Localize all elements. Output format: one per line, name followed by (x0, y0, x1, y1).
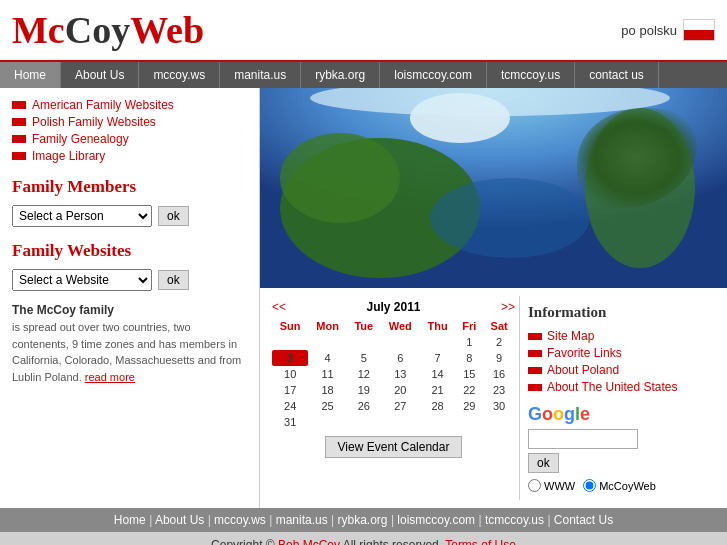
cal-cell[interactable]: 19 (347, 382, 381, 398)
google-search-input[interactable] (528, 429, 638, 449)
cal-cell[interactable]: 15 (455, 366, 483, 382)
radio-www-label[interactable]: WWW (528, 479, 575, 492)
footer-manita[interactable]: manita.us (276, 513, 328, 527)
cal-cell[interactable]: 8 (455, 350, 483, 366)
calendar-grid: Sun Mon Tue Wed Thu Fri Sat 123456789101… (272, 318, 515, 430)
cal-cell[interactable]: 1 (455, 334, 483, 350)
family-websites-title: Family Websites (12, 241, 247, 261)
cal-cell[interactable]: 26 (347, 398, 381, 414)
cal-cell (272, 334, 308, 350)
radio-mccoy[interactable] (583, 479, 596, 492)
cal-cell[interactable]: 10 (272, 366, 308, 382)
cal-cell[interactable]: 4 (308, 350, 347, 366)
cal-cell[interactable]: 31 (272, 414, 308, 430)
website-select[interactable]: Select a Website (12, 269, 152, 291)
cal-col-fri: Fri (455, 318, 483, 334)
link-about-poland[interactable]: About Poland (528, 363, 711, 377)
cal-cell[interactable]: 17 (272, 382, 308, 398)
radio-www[interactable] (528, 479, 541, 492)
cal-cell[interactable]: 28 (420, 398, 456, 414)
nav-mccoy-ws[interactable]: mccoy.ws (139, 62, 220, 88)
link-genealogy[interactable]: Family Genealogy (12, 132, 247, 146)
link-icon (528, 350, 542, 357)
cal-cell[interactable]: 12 (347, 366, 381, 382)
nav-home[interactable]: Home (0, 62, 61, 88)
cal-cell[interactable]: 14 (420, 366, 456, 382)
view-calendar-button[interactable]: View Event Calendar (325, 436, 463, 458)
nav-loismccoy[interactable]: loismccoy.com (380, 62, 487, 88)
cal-cell[interactable]: 21 (420, 382, 456, 398)
cal-cell[interactable]: 13 (381, 366, 420, 382)
link-icon (12, 118, 26, 126)
family-description: The McCoy family is spread out over two … (12, 301, 247, 385)
nav-about-us[interactable]: About Us (61, 62, 139, 88)
cal-cell[interactable]: 25 (308, 398, 347, 414)
copyright-author[interactable]: Bob McCoy (278, 538, 340, 545)
cal-cell[interactable]: 7 (420, 350, 456, 366)
cal-cell[interactable]: 11 (308, 366, 347, 382)
website-ok-button[interactable]: ok (158, 270, 189, 290)
cal-cell[interactable]: 20 (381, 382, 420, 398)
cal-cell[interactable]: 24 (272, 398, 308, 414)
site-logo[interactable]: McCoyWeb (12, 8, 204, 52)
google-search: Google ok WWW McCoyWeb (528, 404, 711, 492)
link-american-family[interactable]: American Family Websites (12, 98, 247, 112)
read-more-link[interactable]: read more (85, 371, 135, 383)
cal-cell[interactable]: 5 (347, 350, 381, 366)
copyright: Copyright © Bob McCoy All rights reserve… (0, 532, 727, 545)
footer-contact[interactable]: Contact Us (554, 513, 613, 527)
nav-tcmccoy[interactable]: tcmccoy.us (487, 62, 575, 88)
cal-cell[interactable]: 22 (455, 382, 483, 398)
footer-mccoy-ws[interactable]: mccoy.ws (214, 513, 266, 527)
footer-about-us[interactable]: About Us (155, 513, 204, 527)
link-icon (528, 333, 542, 340)
cal-col-sun: Sun (272, 318, 308, 334)
google-ok-button[interactable]: ok (528, 453, 559, 473)
link-polish-family[interactable]: Polish Family Websites (12, 115, 247, 129)
calendar-month-year: July 2011 (366, 300, 420, 314)
footer-tcmccoy[interactable]: tcmccoy.us (485, 513, 544, 527)
cal-cell[interactable]: 27 (381, 398, 420, 414)
cal-cell[interactable]: 2 (483, 334, 515, 350)
language-switcher[interactable]: po polsku (621, 19, 715, 41)
link-sitemap[interactable]: Site Map (528, 329, 711, 343)
link-icon (528, 384, 542, 391)
link-image-library[interactable]: Image Library (12, 149, 247, 163)
svg-point-4 (585, 108, 695, 268)
person-ok-button[interactable]: ok (158, 206, 189, 226)
link-about-us[interactable]: About The United States (528, 380, 711, 394)
link-favorite-links[interactable]: Favorite Links (528, 346, 711, 360)
cal-cell[interactable]: 16 (483, 366, 515, 382)
cal-cell (347, 414, 381, 430)
person-select[interactable]: Select a Person (12, 205, 152, 227)
footer-loismccoy[interactable]: loismccoy.com (397, 513, 475, 527)
footer-home[interactable]: Home (114, 513, 146, 527)
calendar: << July 2011 >> Sun Mon Tue Wed Thu Fri (268, 296, 519, 500)
cal-cell[interactable]: 3 (272, 350, 308, 366)
radio-mccoy-label[interactable]: McCoyWeb (583, 479, 656, 492)
cal-cell[interactable]: 23 (483, 382, 515, 398)
cal-cell (381, 414, 420, 430)
calendar-header: << July 2011 >> (272, 300, 515, 314)
family-members-row: Select a Person ok (12, 205, 247, 227)
poland-flag (683, 19, 715, 41)
nav-manita[interactable]: manita.us (220, 62, 301, 88)
cal-cell[interactable]: 18 (308, 382, 347, 398)
cal-col-tue: Tue (347, 318, 381, 334)
cal-cell[interactable]: 29 (455, 398, 483, 414)
link-icon (12, 101, 26, 109)
cal-cell (483, 414, 515, 430)
polsku-link[interactable]: po polsku (621, 23, 677, 38)
calendar-prev[interactable]: << (272, 300, 286, 314)
nav-contact[interactable]: contact us (575, 62, 659, 88)
footer-rybka[interactable]: rybka.org (338, 513, 388, 527)
nav-rybka[interactable]: rybka.org (301, 62, 380, 88)
cal-cell[interactable]: 9 (483, 350, 515, 366)
calendar-next[interactable]: >> (501, 300, 515, 314)
map-area (260, 88, 727, 288)
cal-cell[interactable]: 30 (483, 398, 515, 414)
cal-cell[interactable]: 6 (381, 350, 420, 366)
center-panel: << July 2011 >> Sun Mon Tue Wed Thu Fri (260, 88, 727, 508)
cal-cell (308, 414, 347, 430)
terms-link[interactable]: Terms of Use (445, 538, 516, 545)
